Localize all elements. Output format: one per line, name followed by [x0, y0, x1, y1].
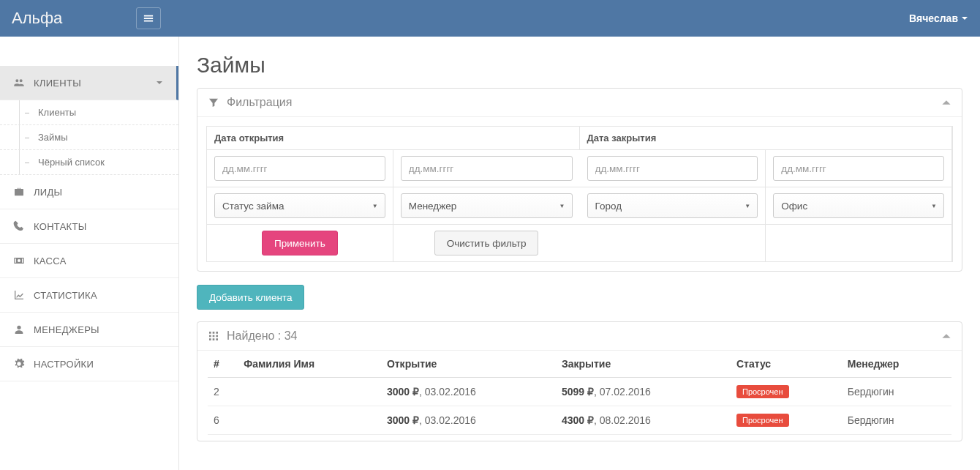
nav-label: НАСТРОЙКИ [34, 359, 94, 370]
filter-icon [208, 97, 219, 108]
user-icon [13, 324, 25, 335]
close-date-from-input[interactable] [587, 156, 758, 181]
user-menu[interactable]: Вячеслав [909, 12, 968, 24]
nav-label: КОНТАКТЫ [34, 221, 87, 232]
cell-close: 5099 ₽, 07.02.2016 [556, 378, 731, 406]
sidebar-item-managers[interactable]: МЕНЕДЖЕРЫ [0, 313, 178, 347]
col-open[interactable]: Открытие [381, 351, 556, 378]
cell-manager: Бердюгин [842, 406, 951, 435]
caret-down-icon [156, 79, 163, 86]
sidebar-item-stats[interactable]: СТАТИСТИКА [0, 278, 178, 313]
office-select[interactable]: Офис [773, 193, 944, 218]
cell-status: Просрочен [731, 406, 842, 435]
nav-label: ЛИДЫ [34, 187, 62, 198]
topbar: Альфа Вячеслав [0, 0, 980, 37]
cell-manager: Бердюгин [842, 378, 951, 406]
manager-select[interactable]: Менеджер [401, 193, 573, 218]
open-date-from-input[interactable] [214, 156, 385, 181]
add-client-button[interactable]: Добавить клиента [197, 285, 304, 310]
results-table: # Фамилия Имя Открытие Закрытие Статус М… [208, 351, 951, 435]
money-icon [13, 255, 25, 266]
close-date-label: Дата закрытия [580, 127, 953, 150]
sidebar-item-clients[interactable]: КЛИЕНТЫ [0, 66, 178, 100]
sidebar-item-settings[interactable]: НАСТРОЙКИ [0, 347, 178, 381]
sidebar-item-contacts[interactable]: КОНТАКТЫ [0, 209, 178, 244]
filter-panel: Фильтрация Дата открытия Дата закрытия С… [197, 88, 962, 272]
sidebar-submenu: Клиенты Займы Чёрный список [0, 100, 178, 175]
status-select[interactable]: Статус займа [214, 193, 385, 218]
cell-num: 6 [208, 406, 238, 435]
phone-icon [13, 220, 25, 232]
nav-label: КАССА [34, 255, 67, 266]
table-row[interactable]: 23000 ₽, 03.02.20165099 ₽, 07.02.2016Про… [208, 378, 951, 406]
open-date-to-input[interactable] [401, 156, 573, 181]
chevron-up-icon[interactable] [941, 331, 951, 341]
menu-toggle-button[interactable] [136, 7, 161, 29]
nav-label: МЕНЕДЖЕРЫ [34, 324, 99, 335]
city-select[interactable]: Город [587, 193, 758, 218]
status-badge: Просрочен [736, 414, 789, 427]
users-icon [13, 77, 25, 89]
user-name: Вячеслав [909, 12, 958, 24]
col-status[interactable]: Статус [731, 351, 842, 378]
cell-num: 2 [208, 378, 238, 406]
page-title: Займы [197, 48, 962, 88]
briefcase-icon [13, 186, 25, 198]
nav-label: КЛИЕНТЫ [34, 78, 81, 89]
sidebar-sub-loans[interactable]: Займы [0, 125, 178, 150]
cell-close: 4300 ₽, 08.02.2016 [556, 406, 731, 435]
sidebar: КЛИЕНТЫ Клиенты Займы Чёрный список ЛИДЫ… [0, 37, 179, 470]
hamburger-icon [143, 13, 154, 23]
sidebar-item-leads[interactable]: ЛИДЫ [0, 175, 178, 209]
open-date-label: Дата открытия [207, 127, 580, 150]
chevron-down-icon [961, 15, 968, 22]
close-date-to-input[interactable] [773, 156, 944, 181]
sidebar-sub-clients[interactable]: Клиенты [0, 100, 178, 125]
cell-name [238, 378, 381, 406]
brand[interactable]: Альфа [12, 9, 136, 28]
nav-label: СТАТИСТИКА [34, 290, 97, 301]
filter-title: Фильтрация [227, 96, 292, 109]
chevron-up-icon[interactable] [941, 97, 951, 108]
col-num[interactable]: # [208, 351, 238, 378]
cell-open: 3000 ₽, 03.02.2016 [381, 378, 556, 406]
results-count: Найдено : 34 [227, 329, 298, 343]
sidebar-item-cash[interactable]: КАССА [0, 244, 178, 278]
grid-icon [208, 330, 219, 342]
cell-status: Просрочен [731, 378, 842, 406]
filter-panel-head[interactable]: Фильтрация [197, 89, 962, 117]
clear-filter-button[interactable]: Очистить фильтр [434, 231, 539, 255]
chart-icon [13, 289, 25, 301]
apply-filter-button[interactable]: Применить [262, 231, 338, 255]
sidebar-sub-blacklist[interactable]: Чёрный список [0, 150, 178, 175]
col-name[interactable]: Фамилия Имя [238, 351, 381, 378]
results-panel-head[interactable]: Найдено : 34 [197, 322, 962, 351]
cell-open: 3000 ₽, 03.02.2016 [381, 406, 556, 435]
status-badge: Просрочен [736, 385, 789, 398]
main-content: Займы Фильтрация Дата открытия Дата закр… [179, 37, 980, 470]
results-panel: Найдено : 34 # Фамилия Имя Открытие Закр… [197, 321, 962, 441]
col-manager[interactable]: Менеджер [842, 351, 951, 378]
gear-icon [13, 358, 25, 370]
cell-name [238, 406, 381, 435]
col-close[interactable]: Закрытие [556, 351, 731, 378]
table-row[interactable]: 63000 ₽, 03.02.20164300 ₽, 08.02.2016Про… [208, 406, 951, 435]
